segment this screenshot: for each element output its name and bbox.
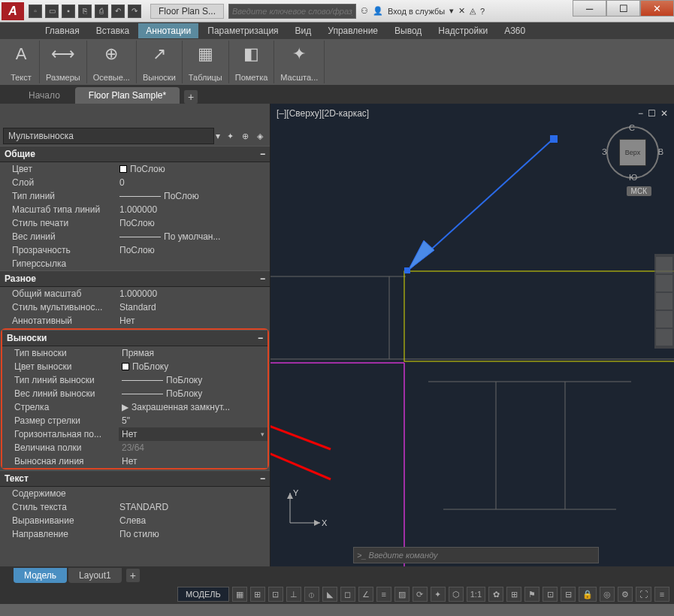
status-custom-icon[interactable]: ≡ xyxy=(654,587,669,602)
menu-аннотации[interactable]: Аннотации xyxy=(138,23,198,38)
menu-вставка[interactable]: Вставка xyxy=(89,23,138,38)
infocenter-icon[interactable]: ⚇ xyxy=(361,6,368,16)
menu-вывод[interactable]: Вывод xyxy=(387,23,429,38)
status-polar-icon[interactable]: ⦶ xyxy=(304,587,319,602)
qat-saveas-icon[interactable]: ⎘ xyxy=(78,5,92,18)
status-osnap-icon[interactable]: ◻ xyxy=(340,587,355,602)
a360-icon[interactable]: ◬ xyxy=(470,6,476,16)
status-ortho-icon[interactable]: ⊥ xyxy=(286,587,301,602)
qat-open-icon[interactable]: ▭ xyxy=(45,5,59,18)
search-input[interactable] xyxy=(228,4,356,19)
menu-параметризация[interactable]: Параметризация xyxy=(200,23,286,38)
drawing-canvas[interactable]: [–][Сверху][2D-каркас] − ☐ ✕ xyxy=(271,104,674,566)
nav-pan-icon[interactable] xyxy=(656,275,672,291)
status-scale[interactable]: 1:1 xyxy=(467,587,485,602)
section-leaders[interactable]: Выноски− xyxy=(2,330,267,346)
status-lweight-icon[interactable]: ≡ xyxy=(376,587,391,602)
signin-label[interactable]: Вход в службы xyxy=(388,7,445,16)
val-pstyle[interactable]: ПоСлою xyxy=(116,216,270,230)
val-hyper[interactable] xyxy=(116,262,270,265)
val-lscale[interactable]: 1.000000 xyxy=(116,203,270,216)
val-ldcolor[interactable]: ПоБлоку xyxy=(119,360,267,373)
tab-start[interactable]: Начало xyxy=(15,87,74,104)
maximize-button[interactable]: ☐ xyxy=(606,0,640,17)
val-arrowsz[interactable]: 5" xyxy=(119,414,267,427)
command-line[interactable]: >_ Введите команду xyxy=(353,547,599,563)
status-transparency-icon[interactable]: ▨ xyxy=(394,587,410,602)
section-general[interactable]: Общие− xyxy=(0,146,270,162)
val-anno[interactable]: Нет xyxy=(116,314,270,328)
nav-zoom-icon[interactable] xyxy=(656,293,672,310)
val-oscale[interactable]: 1.000000 xyxy=(116,287,270,300)
menu-управление[interactable]: Управление xyxy=(320,23,385,38)
section-text[interactable]: Текст− xyxy=(0,470,270,487)
val-ldltype[interactable]: ПоБлоку xyxy=(119,373,267,387)
nav-orbit-icon[interactable] xyxy=(656,311,672,328)
val-ldlweight[interactable]: ПоБлоку xyxy=(119,387,267,400)
status-annoscale-icon[interactable]: ✦ xyxy=(431,587,446,602)
coord-system-label[interactable]: МСК xyxy=(627,186,651,196)
signin-icon[interactable]: 👤 xyxy=(373,6,383,16)
status-units-icon[interactable]: ⊡ xyxy=(543,587,558,602)
nav-wheel-icon[interactable] xyxy=(656,257,672,273)
status-cycle-icon[interactable]: ⟳ xyxy=(413,587,428,602)
menu-a360[interactable]: A360 xyxy=(497,23,533,38)
status-quickprops-icon[interactable]: ⊟ xyxy=(561,587,576,602)
qat-new-icon[interactable]: ▫ xyxy=(29,5,42,18)
minimize-button[interactable]: ─ xyxy=(573,0,606,17)
val-justify[interactable]: Слева xyxy=(116,514,270,527)
tab-model[interactable]: Модель xyxy=(14,568,67,583)
app-logo[interactable]: A xyxy=(2,2,24,20)
ribbon-размеры[interactable]: ⟷Размеры xyxy=(40,41,87,83)
ribbon-масшта[interactable]: ✦Масшта... xyxy=(274,41,325,83)
selectobj-icon[interactable]: ◈ xyxy=(253,129,267,143)
add-tab-button[interactable]: + xyxy=(184,90,198,104)
val-content[interactable] xyxy=(116,492,270,495)
status-annomon-icon[interactable]: ⚑ xyxy=(524,587,540,602)
viewcube[interactable]: Верх С Ю З В xyxy=(606,126,659,179)
menu-надстройки[interactable]: Надстройки xyxy=(431,23,495,38)
ribbon-осевые[interactable]: ⊕Осевые... xyxy=(87,41,137,83)
status-lock-icon[interactable]: 🔒 xyxy=(579,587,597,602)
qat-undo-icon[interactable]: ↶ xyxy=(111,5,125,18)
val-ltype[interactable]: ПоСлою xyxy=(116,189,270,203)
status-gear-icon[interactable]: ✿ xyxy=(488,587,503,602)
val-arrow[interactable]: ▶ Закрашенная замкнут... xyxy=(119,400,267,414)
add-layout-button[interactable]: + xyxy=(126,569,140,582)
status-model[interactable]: МОДЕЛЬ xyxy=(177,587,229,602)
pickadd-icon[interactable]: ⊕ xyxy=(238,129,252,143)
status-isolate-icon[interactable]: ◎ xyxy=(600,587,615,602)
object-type-select[interactable]: Мультивыноска xyxy=(3,128,214,144)
menu-вид[interactable]: Вид xyxy=(288,23,319,38)
val-ldtype[interactable]: Прямая xyxy=(119,346,267,360)
status-hwacc-icon[interactable]: ⚙ xyxy=(618,587,633,602)
val-tstyle[interactable]: STANDARD xyxy=(116,500,270,514)
status-annovis-icon[interactable]: ⬡ xyxy=(449,587,464,602)
status-workspace-icon[interactable]: ⊞ xyxy=(506,587,521,602)
val-color[interactable]: ПоСлою xyxy=(116,162,270,176)
status-snap-icon[interactable]: ⊞ xyxy=(250,587,265,602)
val-layer[interactable]: 0 xyxy=(116,176,270,189)
val-hland[interactable]: Нет xyxy=(119,427,267,441)
val-dir[interactable]: По стилю xyxy=(116,527,270,541)
qat-print-icon[interactable]: ⎙ xyxy=(95,5,108,18)
qat-redo-icon[interactable]: ↷ xyxy=(128,5,141,18)
quickselect-icon[interactable]: ✦ xyxy=(223,129,237,143)
tab-layout1[interactable]: Layout1 xyxy=(68,568,122,583)
val-extline[interactable]: Нет xyxy=(119,454,267,468)
menu-главная[interactable]: Главная xyxy=(38,23,87,38)
val-lweight[interactable]: По умолчан... xyxy=(116,230,270,243)
status-otrack-icon[interactable]: ∠ xyxy=(358,587,373,602)
ribbon-выноски[interactable]: ↗Выноски xyxy=(137,41,183,83)
help-icon[interactable]: ? xyxy=(480,7,485,16)
qat-save-icon[interactable]: ▪ xyxy=(62,5,75,18)
tab-active-doc[interactable]: Floor Plan Sample* xyxy=(75,87,180,104)
ribbon-пометка[interactable]: ◧Пометка xyxy=(229,41,275,83)
status-iso-icon[interactable]: ◣ xyxy=(322,587,337,602)
section-misc[interactable]: Разное− xyxy=(0,270,270,287)
status-grid-icon[interactable]: ▦ xyxy=(232,587,247,602)
ribbon-таблицы[interactable]: ▦Таблицы xyxy=(183,41,229,83)
exchange-icon[interactable]: ✕ xyxy=(458,6,465,16)
val-mlstyle[interactable]: Standard xyxy=(116,300,270,314)
status-infer-icon[interactable]: ⊡ xyxy=(268,587,283,602)
